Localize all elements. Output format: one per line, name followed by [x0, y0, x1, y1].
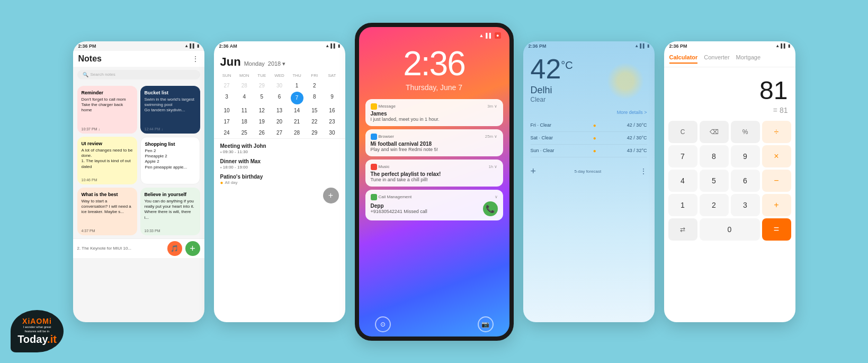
cal-day[interactable]: 10 — [218, 105, 236, 116]
xiaomi-watermark: XiAOMi I wonder what greatfeatures will … — [11, 310, 64, 352]
note-card-best[interactable]: What is the best Way to start a conversa… — [77, 188, 137, 235]
calc-8-button[interactable]: 8 — [700, 145, 729, 167]
tab-calculator[interactable]: Calculator — [669, 54, 698, 64]
camera-icon[interactable]: ⊙ — [375, 316, 391, 332]
notif-app-name: Music — [371, 164, 390, 170]
note-card-bucket[interactable]: Bucket list Swim in the world's largest … — [140, 86, 200, 134]
weather-add-button[interactable]: + — [531, 166, 536, 177]
cal-day[interactable]: 26 — [253, 127, 271, 138]
cal-day[interactable]: 13 — [271, 105, 288, 116]
calc-5-button[interactable]: 5 — [700, 170, 729, 192]
note-card-reminder[interactable]: Reminder Don't forget to call momTake th… — [77, 86, 137, 134]
calc-subtract-button[interactable]: − — [762, 170, 791, 192]
cal-day[interactable] — [323, 80, 341, 91]
note-time: 10:37 PM ↓ — [82, 127, 100, 131]
cal-day[interactable]: 5 — [253, 91, 271, 105]
calc-0-button[interactable]: 0 — [700, 218, 760, 241]
calc-percent-button[interactable]: % — [731, 121, 760, 143]
cal-day[interactable]: 28 — [288, 127, 306, 138]
cal-day[interactable]: 15 — [306, 105, 323, 116]
wifi-icon: ▲ — [775, 43, 780, 48]
notification-call[interactable]: Call Management ∨ Depp +91630542241 Miss… — [365, 190, 503, 220]
cal-day[interactable]: 12 — [253, 105, 271, 116]
calendar-add-button[interactable]: + — [323, 188, 339, 203]
cal-day[interactable]: 27 — [271, 127, 288, 138]
cal-day[interactable]: 17 — [218, 116, 236, 127]
cal-day[interactable]: 20 — [271, 116, 288, 127]
lock-bottom-bar: ⊙ 📷 — [359, 312, 509, 337]
cal-day[interactable]: 27 — [218, 80, 236, 91]
cal-day[interactable]: 1 — [288, 80, 306, 91]
notification-browser[interactable]: Browser 25m ∨ Mi football carnival 2018 … — [365, 129, 503, 156]
cal-day[interactable]: 8 — [306, 91, 323, 105]
cal-day[interactable]: 22 — [306, 116, 323, 127]
calendar-event-dinner[interactable]: Dinner with Max 18:00 - 19:00 — [220, 158, 339, 170]
calc-4-button[interactable]: 4 — [668, 170, 697, 192]
calc-backspace-button[interactable]: ⌫ — [700, 121, 729, 143]
add-note-button[interactable]: + — [185, 241, 200, 256]
cal-day[interactable]: 28 — [236, 80, 253, 91]
cal-day[interactable]: 30 — [271, 80, 288, 91]
note-card-believe[interactable]: Believe in yourself You can do anything … — [140, 188, 200, 235]
weather-more-details[interactable]: More details > — [523, 108, 655, 117]
cal-day[interactable]: 25 — [236, 127, 253, 138]
cal-day[interactable]: 16 — [323, 105, 341, 116]
notification-message[interactable]: Message 3m ∨ James I just landed, meet y… — [365, 99, 503, 126]
cal-day[interactable]: 11 — [236, 105, 253, 116]
cal-day[interactable]: 18 — [236, 116, 253, 127]
cal-day[interactable]: 29 — [253, 80, 271, 91]
calc-convert-button[interactable]: ⇄ — [668, 218, 697, 241]
calc-equals-button[interactable]: = — [762, 218, 791, 241]
audio-fab-button[interactable]: 🎵 — [167, 241, 182, 256]
note-card-shopping[interactable]: Shopping list Pen 2Pineapple 2Apple 2Pen… — [140, 137, 200, 184]
cal-day[interactable]: 30 — [323, 127, 341, 138]
cal-time: 2:36 AM — [219, 43, 237, 49]
calc-divide-button[interactable]: ÷ — [762, 121, 791, 143]
cal-day[interactable]: 24 — [218, 127, 236, 138]
cal-day[interactable]: 4 — [236, 91, 253, 105]
cal-day[interactable]: 21 — [288, 116, 306, 127]
calc-status-bar: 2:36 PM ▲ ▌▌ ▮ — [664, 41, 795, 51]
notes-search-bar[interactable]: 🔍 Search notes — [77, 70, 200, 79]
calc-7-button[interactable]: 7 — [668, 145, 697, 167]
note-text: Don't forget to call momTake the charger… — [82, 97, 133, 113]
calc-add-button[interactable]: + — [762, 194, 791, 216]
note-card-ui[interactable]: UI review A lot of changes need to be do… — [77, 137, 137, 184]
tab-mortgage[interactable]: Mortgage — [736, 54, 760, 64]
cal-day[interactable]: 2 — [306, 80, 323, 91]
lockscreen-phone: ▲ ▌▌ ● 2:36 Thursday, June 7 Message 3m … — [355, 23, 514, 341]
cal-day[interactable]: 29 — [306, 127, 323, 138]
day-sat: SAT — [323, 73, 341, 78]
notes-menu-icon[interactable]: ⋮ — [192, 55, 199, 63]
cal-day[interactable]: 14 — [288, 105, 306, 116]
call-back-button[interactable]: 📞 — [483, 201, 498, 216]
notes-phone: 2:36 PM ▲ ▌▌ ▮ Notes ⋮ 🔍 Search notes Re… — [73, 41, 204, 322]
calc-9-button[interactable]: 9 — [731, 145, 760, 167]
cal-day[interactable]: 9 — [323, 91, 341, 105]
event-title: Meeting with John — [220, 143, 339, 149]
calendar-event-meeting[interactable]: Meeting with John 09:30 - 11:30 — [220, 143, 339, 154]
cal-day[interactable]: 19 — [253, 116, 271, 127]
calc-multiply-button[interactable]: × — [762, 145, 791, 167]
notification-music[interactable]: Music 1h ∨ The perfect playlist to relax… — [365, 160, 503, 187]
weather-sun-graphic — [607, 63, 644, 100]
calendar-year: 2018 ▾ — [268, 60, 286, 67]
weather-time: 2:36 PM — [529, 43, 547, 49]
cal-day[interactable]: 23 — [323, 116, 341, 127]
cal-day[interactable]: 3 — [218, 91, 236, 105]
calc-1-button[interactable]: 1 — [668, 194, 697, 216]
calc-clear-button[interactable]: C — [668, 121, 697, 143]
calendar-event-birthday[interactable]: Patino's birthday ● All day — [220, 174, 339, 185]
calc-time: 2:36 PM — [669, 43, 687, 49]
weather-menu-icon[interactable]: ⋮ — [640, 167, 647, 175]
calc-6-button[interactable]: 6 — [731, 170, 760, 192]
calc-3-button[interactable]: 3 — [731, 194, 760, 216]
cal-day-today[interactable]: 7 — [291, 92, 303, 104]
tab-converter[interactable]: Converter — [704, 54, 729, 64]
calc-2-button[interactable]: 2 — [700, 194, 729, 216]
cal-day[interactable]: 6 — [271, 91, 288, 105]
event-time: 09:30 - 11:30 — [220, 149, 339, 154]
forecast-temp: 43 / 32°C — [627, 148, 647, 153]
camera2-icon[interactable]: 📷 — [478, 316, 494, 332]
forecast-temp: 42 / 30°C — [627, 122, 647, 128]
